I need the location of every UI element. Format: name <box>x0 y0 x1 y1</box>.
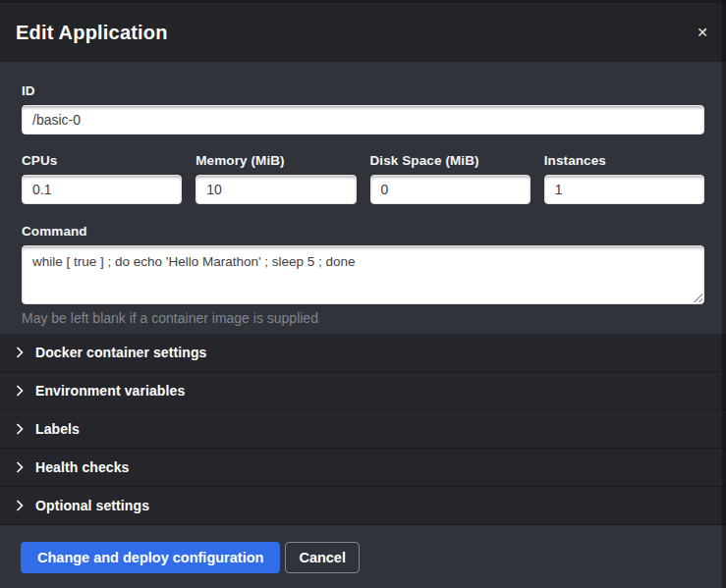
chevron-right-icon <box>16 347 24 358</box>
command-textarea-wrap: while [ true ] ; do echo 'Hello Marathon… <box>22 245 704 304</box>
cpus-field-group: CPUs <box>22 153 182 204</box>
section-label: Optional settings <box>35 498 149 513</box>
section-docker-container-settings[interactable]: Docker container settings <box>0 334 726 372</box>
section-label: Labels <box>35 421 80 437</box>
section-labels[interactable]: Labels <box>0 410 726 449</box>
instances-input[interactable] <box>544 175 704 204</box>
section-health-checks[interactable]: Health checks <box>0 449 726 487</box>
id-label: ID <box>22 83 704 98</box>
chevron-right-icon <box>16 385 24 397</box>
cpus-input[interactable] <box>22 175 182 204</box>
section-optional-settings[interactable]: Optional settings <box>0 487 726 525</box>
instances-field-group: Instances <box>544 153 704 204</box>
disk-label: Disk Space (MiB) <box>370 153 531 168</box>
close-icon: ✕ <box>697 25 708 40</box>
memory-label: Memory (MiB) <box>195 153 356 168</box>
disk-input[interactable] <box>370 175 531 204</box>
command-textarea[interactable]: while [ true ] ; do echo 'Hello Marathon… <box>22 245 704 304</box>
collapsible-sections: Docker container settings Environment va… <box>0 334 726 525</box>
application-form: ID CPUs Memory (MiB) Disk Space (MiB) In… <box>0 62 726 334</box>
chevron-right-icon <box>16 423 24 435</box>
change-and-deploy-button[interactable]: Change and deploy configuration <box>21 542 280 573</box>
memory-input[interactable] <box>195 175 356 204</box>
section-label: Docker container settings <box>35 345 206 360</box>
resources-row: CPUs Memory (MiB) Disk Space (MiB) Insta… <box>22 153 704 204</box>
id-input[interactable] <box>22 105 704 134</box>
command-help-text: May be left blank if a container image i… <box>22 310 704 326</box>
cancel-button[interactable]: Cancel <box>285 542 360 573</box>
chevron-right-icon <box>16 500 24 511</box>
section-label: Environment variables <box>35 383 185 399</box>
edit-application-modal: Edit Application ✕ ID CPUs Memory (MiB) … <box>0 0 726 588</box>
section-environment-variables[interactable]: Environment variables <box>0 372 726 410</box>
command-field-group: Command while [ true ] ; do echo 'Hello … <box>22 224 704 326</box>
memory-field-group: Memory (MiB) <box>195 153 356 204</box>
id-field-group: ID <box>22 83 704 134</box>
cpus-label: CPUs <box>22 153 182 168</box>
disk-field-group: Disk Space (MiB) <box>370 153 531 204</box>
close-button[interactable]: ✕ <box>695 22 710 43</box>
command-label: Command <box>22 224 704 239</box>
section-label: Health checks <box>35 459 129 475</box>
modal-header: Edit Application ✕ <box>0 3 726 62</box>
chevron-right-icon <box>16 461 24 473</box>
instances-label: Instances <box>544 153 704 168</box>
modal-title: Edit Application <box>16 22 168 44</box>
modal-footer: Change and deploy configuration Cancel <box>0 525 726 588</box>
